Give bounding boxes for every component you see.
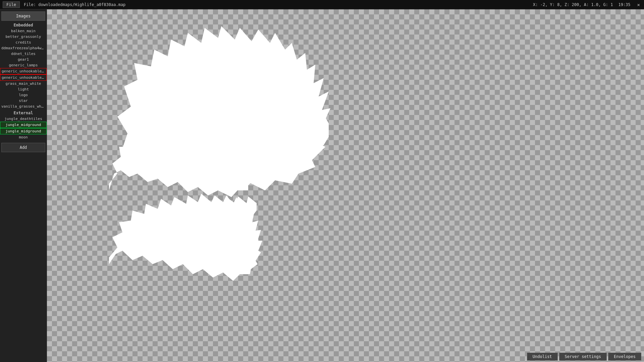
embedded-list-item[interactable]: ddnet_tiles bbox=[0, 51, 47, 57]
time-display: 19:35 bbox=[618, 2, 630, 7]
coords-display: X: -2, Y: 8, Z: 200, A: 1.0, G: 1 bbox=[533, 2, 613, 7]
external-list-item[interactable]: jungle_midground bbox=[0, 122, 47, 128]
embedded-list-item[interactable]: grass_main_white bbox=[0, 81, 47, 86]
titlebar-left: File File: downloadedmaps/Highlife_a0f83… bbox=[3, 1, 125, 8]
close-button[interactable]: ✕ bbox=[636, 2, 641, 7]
file-menu-button[interactable]: File bbox=[3, 1, 20, 8]
embedded-list: balken_mainbetter_grassonlycreditsddmaxf… bbox=[0, 28, 47, 109]
external-list-item[interactable]: moon bbox=[0, 134, 47, 140]
external-list-item[interactable]: jungle_midground bbox=[0, 128, 47, 134]
embedded-list-item[interactable]: generic_lamps bbox=[0, 62, 47, 68]
embedded-list-item[interactable]: light bbox=[0, 86, 47, 92]
embedded-list-item[interactable]: vanilla_grasses_white bbox=[0, 104, 47, 109]
embedded-list-item[interactable]: gear1 bbox=[0, 57, 47, 62]
embedded-list-item[interactable]: generic_unhookable_0.7_contrast bbox=[0, 74, 47, 81]
external-list: jungle_deathtilesjungle_midgroundjungle_… bbox=[0, 116, 47, 140]
bottom-toolbar: Undolist Server settings Envelopes bbox=[524, 351, 644, 362]
canvas-area[interactable] bbox=[47, 9, 644, 362]
title-text: File: downloadedmaps/Highlife_a0f830aa.m… bbox=[24, 2, 125, 7]
external-list-item[interactable]: jungle_deathtiles bbox=[0, 116, 47, 122]
map-shapes bbox=[47, 9, 644, 362]
embedded-list-item[interactable]: logo bbox=[0, 92, 47, 98]
embedded-list-item[interactable]: better_grassonly bbox=[0, 34, 47, 40]
embedded-list-item[interactable]: ddmaxfreezealpha4whtmsywe bbox=[0, 45, 47, 51]
titlebar: File File: downloadedmaps/Highlife_a0f83… bbox=[0, 0, 644, 9]
titlebar-right: X: -2, Y: 8, Z: 200, A: 1.0, G: 1 19:35 … bbox=[533, 2, 641, 7]
embedded-list-item[interactable]: credits bbox=[0, 40, 47, 45]
undolist-button[interactable]: Undolist bbox=[527, 353, 558, 361]
left-panel: Images Embedded balken_mainbetter_grasso… bbox=[0, 9, 47, 362]
envelopes-button[interactable]: Envelopes bbox=[608, 353, 641, 361]
main-layout: Images Embedded balken_mainbetter_grasso… bbox=[0, 9, 644, 362]
images-button[interactable]: Images bbox=[1, 11, 45, 21]
embedded-label: Embedded bbox=[0, 21, 47, 28]
server-settings-button[interactable]: Server settings bbox=[559, 353, 607, 361]
embedded-list-item[interactable]: balken_main bbox=[0, 28, 47, 34]
add-button[interactable]: Add bbox=[1, 143, 45, 152]
embedded-list-item[interactable]: generic_unhookable_0.7_contrast bbox=[0, 68, 47, 74]
embedded-list-item[interactable]: star bbox=[0, 98, 47, 104]
external-label: External bbox=[0, 109, 47, 116]
